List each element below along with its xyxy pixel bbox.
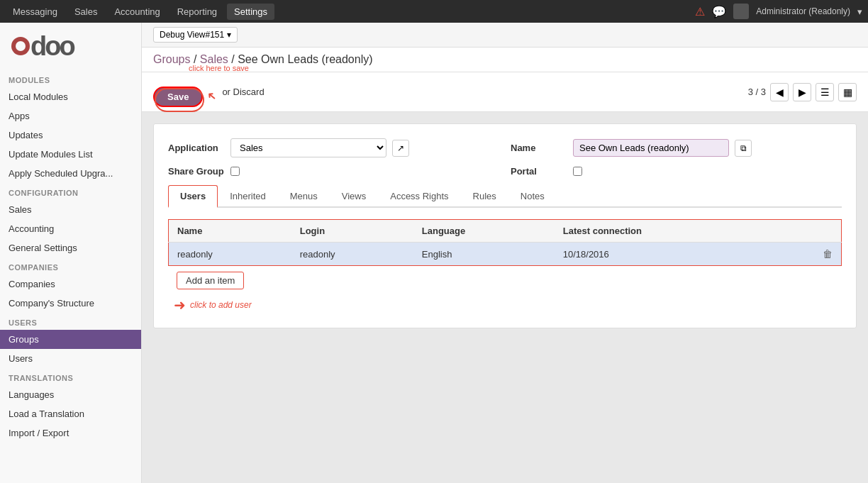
save-annotation: click here to save Save ➜ <box>153 77 216 107</box>
tab-users[interactable]: Users <box>168 185 218 208</box>
breadcrumb-groups[interactable]: Groups <box>153 53 190 65</box>
nav-item-accounting[interactable]: Accounting <box>107 4 167 20</box>
user-dropdown-icon[interactable]: ▾ <box>857 6 862 17</box>
sidebar-item-updates[interactable]: Updates <box>0 126 141 145</box>
tab-access-rights[interactable]: Access Rights <box>378 185 460 208</box>
col-name: Name <box>169 220 291 243</box>
cell-latest-connection: 10/18/2016 <box>555 243 778 266</box>
name-label: Name <box>511 143 567 153</box>
next-button[interactable]: ▶ <box>793 83 811 101</box>
content-area: Debug View#151 ▾ Groups / Sales / See Ow… <box>142 23 868 483</box>
sidebar-section-title-companies: Companies <box>0 257 141 274</box>
col-actions <box>778 220 842 243</box>
user-label: Administrator (Readonly) <box>756 6 850 16</box>
name-input[interactable] <box>573 139 729 157</box>
cell-language: English <box>413 243 555 266</box>
grid-view-button[interactable]: ▦ <box>838 83 857 101</box>
sidebar-item-sales[interactable]: Sales <box>0 200 141 219</box>
application-select[interactable]: Sales <box>230 138 386 157</box>
breadcrumb-current: See Own Leads (readonly) <box>238 53 372 65</box>
users-table: Name Login Language Latest connection re… <box>168 219 842 266</box>
sidebar-item-languages[interactable]: Languages <box>0 385 141 404</box>
sidebar-item-update-modules-list[interactable]: Update Modules List <box>0 145 141 164</box>
share-group-checkbox[interactable] <box>230 167 240 176</box>
breadcrumb-bar: Groups / Sales / See Own Leads (readonly… <box>142 48 868 72</box>
debug-dropdown-label: Debug View#151 <box>160 30 224 40</box>
sidebar-section-title-translations: Translations <box>0 368 141 385</box>
nav-item-sales[interactable]: Sales <box>67 4 105 20</box>
nav-item-reporting[interactable]: Reporting <box>170 4 224 20</box>
sidebar: doo Modules Local Modules Apps Updates U… <box>0 23 142 483</box>
nav-item-settings[interactable]: Settings <box>227 4 274 20</box>
add-item-annotation: ➜ click to add user <box>168 296 842 313</box>
application-label: Application <box>168 143 225 153</box>
sidebar-section-title-configuration: Configuration <box>0 183 141 200</box>
avatar <box>733 4 749 19</box>
tab-rules[interactable]: Rules <box>461 185 508 208</box>
application-external-link[interactable]: ↗ <box>392 140 409 157</box>
top-navigation: Messaging Sales Accounting Reporting Set… <box>0 0 868 23</box>
form-row-app-name: Application Sales ↗ Name ⧉ <box>168 138 842 157</box>
sidebar-item-groups[interactable]: Groups <box>0 330 141 349</box>
prev-button[interactable]: ◀ <box>770 83 789 101</box>
application-group: Application Sales ↗ <box>168 138 499 157</box>
col-language: Language <box>413 220 555 243</box>
share-group-field: Share Group <box>168 166 499 177</box>
sidebar-item-users[interactable]: Users <box>0 349 141 368</box>
tab-notes[interactable]: Notes <box>508 185 557 208</box>
sidebar-item-company-structure[interactable]: Company's Structure <box>0 294 141 313</box>
logo: doo <box>0 23 141 70</box>
tab-views[interactable]: Views <box>330 185 378 208</box>
sidebar-item-apps[interactable]: Apps <box>0 106 141 126</box>
tab-menus[interactable]: Menus <box>278 185 330 208</box>
save-arrow-icon: ➜ <box>204 89 220 105</box>
add-item-button[interactable]: Add an item <box>177 272 244 289</box>
delete-row-button[interactable]: 🗑 <box>823 248 833 260</box>
portal-checkbox[interactable] <box>573 167 582 176</box>
debug-dropdown-arrow: ▾ <box>227 30 231 40</box>
add-item-row: Add an item <box>168 266 252 295</box>
sidebar-section-translations: Translations Languages Load a Translatio… <box>0 368 141 443</box>
sidebar-item-local-modules[interactable]: Local Modules <box>0 87 141 106</box>
sidebar-section-title-modules: Modules <box>0 70 141 87</box>
tab-inherited[interactable]: Inherited <box>218 185 278 208</box>
portal-label: Portal <box>511 166 567 177</box>
sidebar-item-apply-scheduled[interactable]: Apply Scheduled Upgra... <box>0 164 141 183</box>
sidebar-item-load-translation[interactable]: Load a Translation <box>0 404 141 423</box>
action-bar: click here to save Save ➜ or Discard 3 /… <box>142 72 868 112</box>
sidebar-section-configuration: Configuration Sales Accounting General S… <box>0 183 141 257</box>
discard-button[interactable]: or Discard <box>222 87 264 97</box>
table-row: readonly readonly English 10/18/2016 🗑 <box>169 243 842 266</box>
portal-field: Portal <box>511 166 842 177</box>
pagination-controls: 3 / 3 ◀ ▶ ☰ ▦ <box>748 83 857 101</box>
cell-login: readonly <box>291 243 413 266</box>
cell-name: readonly <box>169 243 291 266</box>
sub-header: Debug View#151 ▾ <box>142 23 868 48</box>
tabs-bar: Users Inherited Menus Views Access Right… <box>168 185 842 208</box>
share-group-label: Share Group <box>168 166 225 177</box>
save-button[interactable]: Save <box>153 87 203 107</box>
form-row-share-portal: Share Group Portal <box>168 166 842 177</box>
sidebar-section-modules: Modules Local Modules Apps Updates Updat… <box>0 70 141 183</box>
list-view-button[interactable]: ☰ <box>816 83 834 101</box>
cell-delete: 🗑 <box>778 243 842 266</box>
sidebar-item-import-export[interactable]: Import / Export <box>0 423 141 443</box>
nav-item-messaging[interactable]: Messaging <box>6 4 65 20</box>
pagination-text: 3 / 3 <box>748 87 766 97</box>
add-item-hint: click to add user <box>190 300 252 310</box>
form-card: Application Sales ↗ Name ⧉ Share Group <box>153 123 857 328</box>
name-copy-button[interactable]: ⧉ <box>735 140 752 157</box>
save-hint-text: click here to save <box>189 64 249 72</box>
name-group: Name ⧉ <box>511 139 842 157</box>
col-login: Login <box>291 220 413 243</box>
col-latest-connection: Latest connection <box>555 220 778 243</box>
top-nav-right: ⚠ 💬 Administrator (Readonly) ▾ <box>695 4 862 19</box>
sidebar-item-accounting[interactable]: Accounting <box>0 219 141 238</box>
sidebar-item-companies[interactable]: Companies <box>0 274 141 294</box>
sidebar-section-title-users: Users <box>0 313 141 330</box>
alert-icon: ⚠ <box>695 5 705 18</box>
sidebar-section-users: Users Groups Users <box>0 313 141 368</box>
sidebar-item-general-settings[interactable]: General Settings <box>0 238 141 257</box>
debug-dropdown[interactable]: Debug View#151 ▾ <box>153 27 238 43</box>
breadcrumb: Groups / Sales / See Own Leads (readonly… <box>153 53 373 66</box>
